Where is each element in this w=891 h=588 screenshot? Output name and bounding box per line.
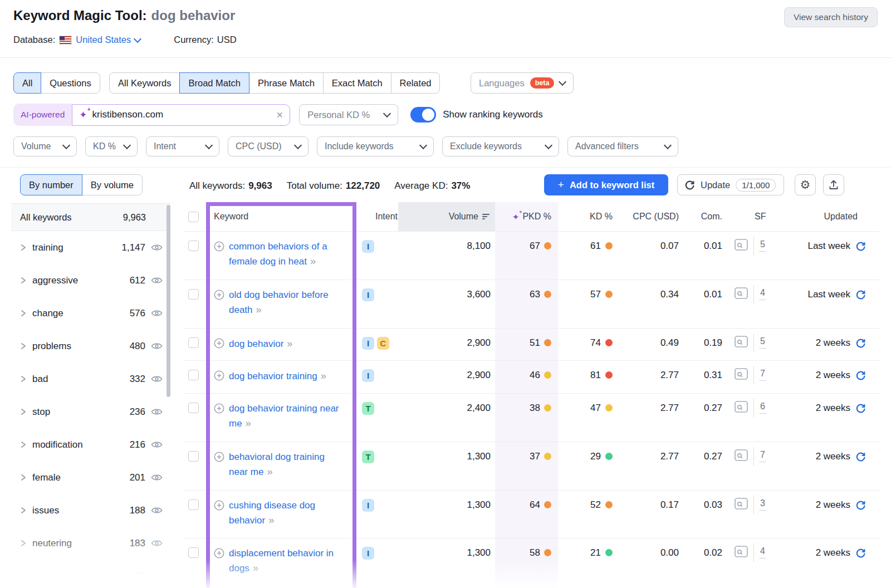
add-keyword-icon[interactable] [214,370,224,381]
eye-icon[interactable] [151,276,163,285]
row-checkbox[interactable] [188,289,199,300]
sidebar-group-aggressive[interactable]: aggressive612 [11,264,170,297]
col-header-com[interactable]: Com. [701,212,722,222]
add-keyword-icon[interactable] [214,338,224,349]
clear-input-icon[interactable]: × [277,109,283,120]
update-button[interactable]: Update 1/1,000 [677,174,784,195]
sidebar-group-neutering[interactable]: neutering183 [11,527,170,560]
export-button[interactable] [823,174,844,195]
open-keyword-arrows-icon[interactable]: » [310,256,316,267]
refresh-metrics-icon[interactable] [855,338,866,349]
sidebar-group-problems[interactable]: problems480 [11,330,170,362]
tab-broad-match[interactable]: Broad Match [179,72,249,94]
open-keyword-arrows-icon[interactable]: » [256,304,262,315]
caret-right-icon[interactable] [20,342,27,350]
personal-kd-dropdown[interactable]: Personal KD % [299,104,398,125]
serp-preview-icon[interactable] [735,498,748,509]
row-checkbox[interactable] [188,403,199,413]
eye-icon[interactable] [151,440,163,449]
eye-icon[interactable] [151,572,163,580]
open-keyword-arrows-icon[interactable]: » [246,418,251,429]
sidebar-scrollbar[interactable] [167,205,170,397]
open-keyword-arrows-icon[interactable]: » [253,562,258,574]
serp-preview-icon[interactable] [735,401,748,413]
caret-right-icon[interactable] [20,243,27,252]
open-keyword-arrows-icon[interactable]: » [321,370,326,381]
filter-advanced-filters[interactable]: Advanced filters [567,136,678,156]
add-keyword-icon[interactable] [214,548,224,558]
view-search-history-button[interactable]: View search history [784,7,878,27]
sf-count[interactable]: 5 [760,336,766,349]
sidebar-group-bad[interactable]: bad332 [11,362,170,395]
col-header-sf[interactable]: SF [755,212,766,222]
caret-right-icon[interactable] [20,572,27,580]
sf-count[interactable]: 4 [760,288,766,300]
filter-include-keywords[interactable]: Include keywords [317,136,434,156]
keyword-link[interactable]: displacement behavior in dogs» [229,546,340,576]
eye-icon[interactable] [151,342,163,350]
serp-preview-icon[interactable] [735,239,748,251]
caret-right-icon[interactable] [20,309,27,317]
add-to-keyword-list-button[interactable]: + Add to keyword list [544,174,668,195]
sidebar-group-female[interactable]: female201 [11,461,170,494]
filter-intent[interactable]: Intent [146,136,219,156]
add-keyword-icon[interactable] [214,403,224,414]
database-selector[interactable]: United States [76,35,140,45]
eye-icon[interactable] [151,243,163,252]
by-volume-tab[interactable]: By volume [82,174,143,195]
refresh-metrics-icon[interactable] [855,452,866,462]
sf-count[interactable]: 6 [760,401,766,414]
row-checkbox[interactable] [188,499,199,510]
row-checkbox[interactable] [188,451,199,462]
caret-right-icon[interactable] [20,539,27,547]
open-keyword-arrows-icon[interactable]: » [268,514,274,526]
tab-questions[interactable]: Questions [41,72,100,94]
refresh-metrics-icon[interactable] [855,241,866,252]
serp-preview-icon[interactable] [735,336,748,347]
open-keyword-arrows-icon[interactable]: » [267,466,272,477]
sidebar-group-heat[interactable]: heat180 [11,560,170,588]
refresh-metrics-icon[interactable] [855,500,866,511]
refresh-metrics-icon[interactable] [855,403,866,414]
sidebar-group-modification[interactable]: modification216 [11,428,170,461]
keyword-link[interactable]: behavioral dog training near me» [229,450,340,479]
show-ranking-toggle[interactable] [410,107,436,122]
eye-icon[interactable] [151,539,163,547]
serp-preview-icon[interactable] [735,368,748,380]
tab-phrase-match[interactable]: Phrase Match [249,72,324,94]
filter-cpc-usd[interactable]: CPC (USD) [228,136,309,156]
caret-right-icon[interactable] [20,473,27,482]
eye-icon[interactable] [151,473,163,482]
serp-preview-icon[interactable] [735,287,748,299]
sidebar-group-stop[interactable]: stop236 [11,395,170,428]
keyword-link[interactable]: dog behavior training near me» [229,401,340,431]
caret-right-icon[interactable] [20,276,27,285]
tab-exact-match[interactable]: Exact Match [323,72,391,94]
keyword-link[interactable]: common behaviors of a female dog in heat… [229,239,340,269]
by-number-tab[interactable]: By number [20,174,82,195]
sf-count[interactable]: 7 [760,369,766,381]
refresh-metrics-icon[interactable] [855,370,866,381]
col-header-intent[interactable]: Intent [375,212,398,222]
keyword-link[interactable]: dog behavior training» [229,369,340,384]
add-keyword-icon[interactable] [214,452,224,462]
all-keywords-group[interactable]: All keywords 9,963 [11,203,170,231]
sf-count[interactable]: 3 [760,498,766,511]
col-header-kd[interactable]: KD % [590,212,613,222]
serp-preview-icon[interactable] [735,449,748,461]
caret-right-icon[interactable] [20,375,27,383]
col-header-cpc[interactable]: CPC (USD) [633,212,679,222]
eye-icon[interactable] [151,309,163,317]
filter-volume[interactable]: Volume [13,136,77,156]
col-header-volume[interactable]: Volume [398,202,495,231]
tab-related[interactable]: Related [391,72,440,94]
sidebar-group-change[interactable]: change576 [11,297,170,330]
caret-right-icon[interactable] [20,506,27,514]
keyword-link[interactable]: dog behavior» [229,336,340,351]
col-header-pkd[interactable]: ✦ PKD % [495,202,558,231]
col-header-keyword[interactable]: Keyword [214,212,248,222]
languages-dropdown[interactable]: Languages beta [471,72,574,94]
row-checkbox[interactable] [188,547,199,558]
col-header-updated[interactable]: Updated [824,212,858,222]
filter-kd[interactable]: KD % [85,136,138,156]
